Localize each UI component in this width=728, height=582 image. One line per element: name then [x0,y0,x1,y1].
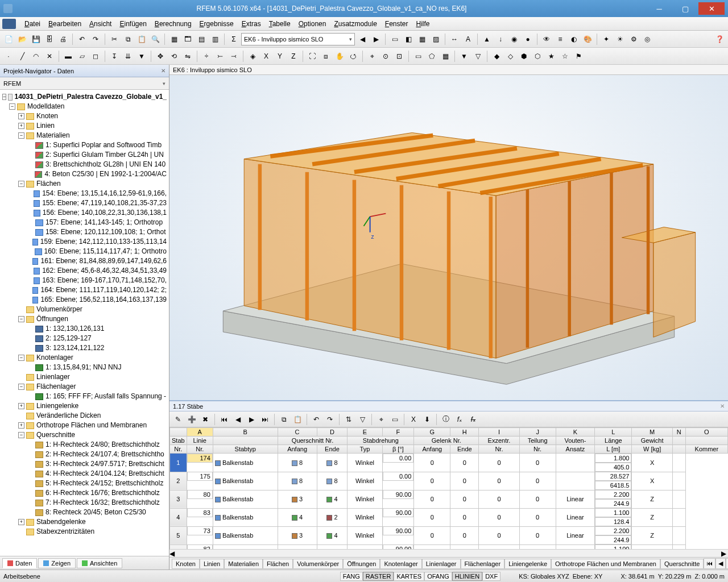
table-row[interactable]: 483 Balkenstab 4 2Winkel90.000000Linear1… [170,508,728,526]
status-toggle-raster[interactable]: RASTER [363,572,394,581]
tbl-paste-icon[interactable]: 📋 [291,413,304,426]
tree-item[interactable]: 3: H-Rechteck 24/97.5717; Brettschicht [0,459,169,469]
member-tool-icon[interactable]: ▬ [62,50,75,63]
undo-icon[interactable]: ↶ [76,33,88,45]
tbl-info-icon[interactable]: ⓘ [440,413,452,426]
trim-icon[interactable]: ⤙ [228,50,240,63]
tbl-last-icon[interactable]: ⏭ [259,413,271,426]
tree-item[interactable]: 160: Ebene; 115,114,117,47; 1; Orthotro [0,247,169,256]
menu-ansicht[interactable]: Ansicht [85,19,115,29]
prev-lc-icon[interactable]: ◀ [356,33,369,45]
menu-optionen[interactable]: Optionen [295,19,330,29]
filter2-icon[interactable]: ▽ [471,50,484,63]
cut-icon[interactable]: ✂ [108,33,121,45]
navigator-tab-zeigen[interactable]: Zeigen [38,558,76,568]
table-tab[interactable]: Linien [200,559,224,569]
view-z-icon[interactable]: Z [287,50,300,63]
tree-item[interactable]: +Orthotrope Flächen und Membranen [0,421,169,430]
orbit-icon[interactable]: ⭯ [347,50,359,63]
view-x-icon[interactable]: X [260,50,272,63]
table-tab[interactable]: Volumenkörper [293,559,343,569]
table-icon[interactable]: ▤ [195,33,208,45]
load-icon[interactable]: ↓ [494,33,507,45]
extra5-icon[interactable]: ★ [545,50,557,63]
tree-item[interactable]: 157: Ebene; 141,143-145; 1; Orthotrop [0,218,169,227]
viewport-3d[interactable]: z [169,75,728,400]
grid2-icon[interactable]: ▨ [429,33,442,45]
tree-item[interactable]: 163: Ebene; 169-167,170,71,148,152,70, [0,276,169,285]
tbl-edit-icon[interactable]: ✎ [172,413,184,426]
tbl-redo-icon[interactable]: ↷ [324,413,336,426]
menu-zusatzmodule[interactable]: Zusatzmodule [330,19,380,29]
status-toggle-kartes[interactable]: KARTES [394,572,424,581]
open-icon[interactable]: 📂 [16,33,28,45]
xray-icon[interactable]: ✦ [600,33,613,45]
tbl-pick-icon[interactable]: ⌖ [375,413,387,426]
snap2-icon[interactable]: ⊙ [379,50,392,63]
table-tab[interactable]: Flächen [263,559,293,569]
table-tab[interactable]: Öffnungen [343,559,380,569]
pan-icon[interactable]: ✋ [333,50,346,63]
status-toggle-ofang[interactable]: OFANG [424,572,452,581]
tree-item[interactable]: Linienlager [0,372,169,382]
status-toggle-fang[interactable]: FANG [340,572,363,581]
table-tab[interactable]: Knotenlager [380,559,421,569]
tree-item[interactable]: −Knotenlager [0,353,169,363]
navigator-tab-daten[interactable]: Daten [2,558,37,568]
mirror-icon[interactable]: ⇋ [181,50,194,63]
data-grid[interactable]: ABCDEFGHIJKLMNOStabLinieQuerschnitt Nr.S… [169,427,728,549]
tree-item[interactable]: −Öffnungen [0,314,169,324]
table-tab[interactable]: Linienlager [422,559,461,569]
tree-item[interactable]: 1: Superfici Poplar and Softwood Timb [0,140,169,150]
rotate-icon[interactable]: ⟲ [168,50,180,63]
load1-icon[interactable]: ↧ [108,50,121,63]
window-icon[interactable]: 🗔 [181,33,194,45]
load2-icon[interactable]: ⇊ [122,50,134,63]
copy-icon[interactable]: ⧉ [122,33,134,45]
table-tab[interactable]: Querschnitte [660,559,704,569]
table-row[interactable]: 380 Balkenstab 3 4Winkel90.000000Linear2… [170,490,728,508]
menu-berechnung[interactable]: Berechnung [151,19,196,29]
tree-item[interactable]: 1: H-Rechteck 24/80; Brettschichtholz [0,440,169,450]
tbl-excel-icon[interactable]: X [407,413,420,426]
tree-item[interactable]: 1: 13,15,84,91; NNJ NNJ [0,363,169,372]
text-icon[interactable]: A [462,33,474,45]
select-icon[interactable]: ▭ [412,50,424,63]
divide-icon[interactable]: ÷ [200,50,213,63]
navigator-root-tab[interactable]: RFEM [0,77,169,90]
extra6-icon[interactable]: ☆ [559,50,571,63]
tbl-delete-icon[interactable]: ✖ [199,413,212,426]
support-icon[interactable]: ▲ [481,33,493,45]
misc1-icon[interactable]: ⚙ [627,33,640,45]
light-icon[interactable]: ☀ [614,33,626,45]
snap1-icon[interactable]: ⌖ [366,50,378,63]
tree-item[interactable]: −Flächenlager [0,382,169,392]
extra1-icon[interactable]: ◆ [490,50,503,63]
tbl-fx-icon[interactable]: fₓ [453,413,466,426]
menu-extras[interactable]: Extras [238,19,265,29]
tree-item[interactable]: −Querschnitte [0,430,169,440]
open-tool-icon[interactable]: ◻ [89,50,102,63]
render-icon[interactable]: ◐ [568,33,580,45]
extra2-icon[interactable]: ◇ [504,50,516,63]
tree-item[interactable]: 159: Ebene; 142,112,110,133-135,113,14 [0,237,169,247]
zoom-all-icon[interactable]: ⛶ [306,50,318,63]
tree-item[interactable]: 4: Beton C25/30 | EN 1992-1-1:2004/AC [0,169,169,179]
tbl-select-icon[interactable]: ▭ [388,413,401,426]
tree-item[interactable]: −Materialien [0,131,169,140]
zoom-win-icon[interactable]: ⧈ [320,50,332,63]
grid1-icon[interactable]: ▦ [416,33,428,45]
menu-hilfe[interactable]: Hilfe [412,19,434,29]
table2-icon[interactable]: ▥ [209,33,221,45]
tree-item[interactable]: 2: 125,129-127 [0,334,169,343]
tree-item[interactable]: 4: H-Rechteck 24/104.124; Brettschicht [0,469,169,479]
redo-icon[interactable]: ↷ [89,33,102,45]
table-tab[interactable]: Liniengelenke [504,559,551,569]
box-icon[interactable]: ▭ [388,33,401,45]
tbl-next-icon[interactable]: ▶ [245,413,258,426]
selall-icon[interactable]: ▦ [439,50,452,63]
loadcase-combo[interactable]: EK6 - Inviluppo sismico SLO [241,33,355,45]
tbl-sort-icon[interactable]: ⇅ [342,413,355,426]
table-tab[interactable]: Orthotrope Flächen und Membranen [551,559,660,569]
surf-tool-icon[interactable]: ▱ [76,50,88,63]
